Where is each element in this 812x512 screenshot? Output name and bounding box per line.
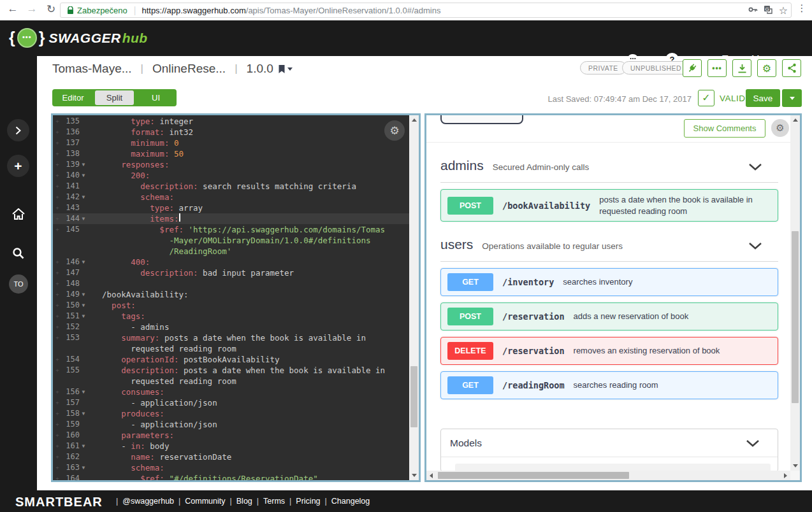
bookmark-star-icon[interactable]: ☆	[776, 4, 791, 17]
code-line-163[interactable]: +163▼ schema:	[53, 462, 409, 473]
operation-get-inventory[interactable]: GET/inventorysearches inventory	[440, 268, 778, 296]
fold-caret-icon[interactable]: ▼	[80, 213, 87, 224]
tab-editor[interactable]: Editor	[52, 89, 94, 106]
api-name[interactable]: OnlineRese...	[152, 62, 226, 76]
model-row-partial[interactable]	[455, 464, 771, 471]
saved-password-key-icon[interactable]	[745, 5, 760, 15]
share-button[interactable]	[782, 59, 801, 77]
fold-caret-icon[interactable]: ▼	[80, 192, 87, 203]
export-download-button[interactable]	[732, 59, 751, 77]
fold-caret-icon[interactable]: ▼	[80, 257, 87, 267]
docs-vertical-scrollbar[interactable]	[790, 115, 800, 471]
code-line-140[interactable]: +140▼ 200:	[53, 170, 409, 181]
code-line-136[interactable]: +136 format: int32	[53, 127, 409, 138]
code-line-154[interactable]: +154 operationId: postBookAvailability	[53, 354, 409, 365]
code-line-147[interactable]: +147 description: bad input parameter	[53, 267, 409, 278]
save-button[interactable]: Save	[746, 89, 780, 107]
docs-settings-gear-icon[interactable]: ⚙	[771, 119, 789, 137]
fold-caret-icon[interactable]: ▼	[80, 159, 87, 170]
code-line-157[interactable]: +157 - application/json	[53, 397, 409, 408]
create-new-button[interactable]: +	[7, 155, 29, 177]
editor-vertical-scrollbar[interactable]	[409, 115, 419, 480]
footer-link-terms[interactable]: Terms	[263, 497, 285, 506]
models-header[interactable]: Models	[441, 429, 778, 457]
footer-link-blog[interactable]: Blog	[236, 497, 252, 506]
code-line-150[interactable]: +150▼ post:	[53, 300, 409, 311]
browser-forward-icon[interactable]: →	[24, 3, 40, 15]
footer-link-changelog[interactable]: Changelog	[331, 497, 370, 506]
code-line-wrap[interactable]: -Mayer/OMOLibraryDomain/1.0.0#/definitio…	[53, 235, 409, 246]
code-line-152[interactable]: +152 - admins	[53, 322, 409, 332]
smartbear-logo[interactable]: SMARTBEAR	[15, 495, 103, 509]
search-icon[interactable]	[12, 247, 24, 262]
footer-link-swaggerhub[interactable]: @swaggerhub	[122, 497, 174, 506]
code-line-161[interactable]: +161▼ - in: body	[53, 441, 409, 452]
address-bar[interactable]: Zabezpečeno | https://app.swaggerhub.com…	[60, 3, 792, 18]
scroll-down-arrow[interactable]	[790, 461, 800, 471]
code-area[interactable]: +135 type: integer+136 format: int32+137…	[53, 115, 409, 480]
code-line-155[interactable]: +155 description: posts a date when the …	[53, 365, 409, 376]
tab-ui[interactable]: UI	[135, 89, 177, 106]
code-line-wrap[interactable]: /ReadingRoom'	[53, 246, 409, 257]
save-options-button[interactable]	[782, 89, 802, 107]
code-line-145[interactable]: +145 $ref: 'https://api.swaggerhub.com/d…	[53, 224, 409, 235]
fold-caret-icon[interactable]: ▼	[80, 462, 87, 473]
code-line-wrap[interactable]: requested reading room	[53, 376, 409, 387]
footer-link-community[interactable]: Community	[185, 497, 225, 506]
code-line-146[interactable]: +146▼ 400:	[53, 257, 409, 267]
swaggerhub-logo[interactable]: { ••• } SWAGGER hub	[9, 28, 148, 48]
code-line-142[interactable]: +142▼ schema:	[53, 192, 409, 203]
operation-get-readingRoom[interactable]: GET/readingRoomsearches reading room	[440, 371, 778, 399]
fold-caret-icon[interactable]: ▼	[80, 387, 87, 397]
browser-menu-icon[interactable]: ⋮	[795, 3, 808, 14]
code-line-148[interactable]: +148	[53, 278, 409, 289]
expand-sidebar-button[interactable]	[7, 119, 29, 141]
fold-caret-icon[interactable]: ▼	[80, 289, 87, 300]
code-line-137[interactable]: +137 minimum: 0	[53, 138, 409, 148]
code-line-162[interactable]: +162 name: reservationDate	[53, 452, 409, 462]
scrollbar-thumb[interactable]	[792, 231, 799, 403]
code-line-164[interactable]: +164 $ref: "#/definitions/ReservationDat…	[53, 473, 409, 480]
tab-split[interactable]: Split	[95, 90, 134, 105]
url-text[interactable]: https://app.swaggerhub.com/apis/Tomas-Ma…	[141, 6, 745, 15]
code-line-144[interactable]: +144▼ items:	[53, 213, 409, 224]
code-line-138[interactable]: +138 maximum: 50	[53, 148, 409, 159]
translate-icon[interactable]: G	[760, 5, 776, 16]
fold-caret-icon[interactable]: ▼	[80, 441, 87, 452]
operation-post-reservation[interactable]: POST/reservationadds a new reservation o…	[440, 302, 778, 331]
code-line-135[interactable]: +135 type: integer	[53, 116, 409, 127]
fold-caret-icon[interactable]: ▼	[80, 311, 87, 322]
code-line-159[interactable]: +159 - application/json	[53, 419, 409, 430]
scroll-down-arrow[interactable]	[409, 471, 419, 480]
code-line-wrap[interactable]: requested reading room	[53, 343, 409, 354]
browser-refresh-icon[interactable]: ↻	[43, 3, 59, 16]
scroll-left-arrow[interactable]	[426, 471, 436, 480]
security-chip[interactable]: Zabezpečeno	[61, 6, 134, 15]
code-line-160[interactable]: +160 parameters:	[53, 430, 409, 441]
scroll-up-arrow[interactable]	[790, 115, 800, 125]
code-line-141[interactable]: +141 description: search results matchin…	[53, 181, 409, 192]
section-header-users[interactable]: usersOperations available to regular use…	[440, 237, 778, 259]
operation-post-bookAvailability[interactable]: POST/bookAvailabilityposts a date when t…	[440, 189, 778, 222]
operation-delete-reservation[interactable]: DELETE/reservationremoves an existing re…	[440, 337, 778, 365]
editor-settings-gear-icon[interactable]: ⚙	[384, 120, 405, 141]
fold-caret-icon[interactable]: ▼	[80, 170, 87, 181]
version-selector[interactable]: 1.0.0	[247, 62, 293, 76]
code-line-156[interactable]: +156▼ consumes:	[53, 387, 409, 397]
integrations-button[interactable]	[683, 59, 702, 77]
api-settings-button[interactable]: ⚙	[757, 59, 776, 77]
browser-back-icon[interactable]: ←	[5, 3, 20, 15]
code-line-151[interactable]: +151▼ tags:	[53, 311, 409, 322]
scrollbar-thumb[interactable]	[438, 472, 629, 479]
code-line-158[interactable]: +158▼ produces:	[53, 408, 409, 419]
code-line-149[interactable]: +149▼ /bookAvailability:	[53, 289, 409, 300]
show-comments-button[interactable]: Show Comments	[684, 119, 765, 138]
code-line-139[interactable]: +139▼ responses:	[53, 159, 409, 170]
fold-caret-icon[interactable]: ▼	[80, 408, 87, 419]
more-actions-button[interactable]: •••	[707, 59, 727, 77]
scroll-right-arrow[interactable]	[781, 471, 790, 480]
scroll-up-arrow[interactable]	[409, 115, 419, 125]
home-icon[interactable]	[12, 208, 25, 222]
code-line-143[interactable]: +143 type: array	[53, 203, 409, 213]
footer-link-pricing[interactable]: Pricing	[296, 497, 320, 506]
